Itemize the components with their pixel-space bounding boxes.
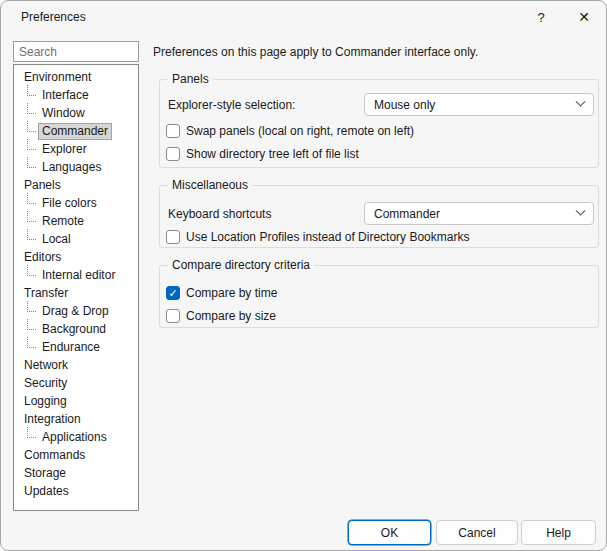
tree-item-label: Commander [39,124,111,139]
tree-item-label: Explorer [39,142,90,157]
cancel-button[interactable]: Cancel [436,520,518,545]
tree-item[interactable]: Panels [14,176,138,194]
tree-item[interactable]: Transfer [14,284,138,302]
tree-branch-line-icon [27,211,36,222]
window-title: Preferences [21,1,86,33]
tree-item[interactable]: Security [14,374,138,392]
tree-branch-line-icon [27,157,36,168]
tree-item[interactable]: Editors [14,248,138,266]
tree-item[interactable]: Commands [14,446,138,464]
tree-item[interactable]: Endurance [14,338,138,356]
tree-item[interactable]: Environment [14,68,138,86]
ok-button[interactable]: OK [348,520,431,545]
tree-branch-line-icon [27,121,36,132]
help-button[interactable]: Help [521,520,596,545]
tree-branch-line-icon [27,193,36,204]
checkbox-row[interactable]: ✓ Compare by time [166,286,277,300]
tree-item[interactable]: Applications [14,428,138,446]
tree-item[interactable]: Integration [14,410,138,428]
compare-criteria-group-title: Compare directory criteria [168,258,314,272]
tree-branch-line-icon [27,337,36,348]
tree-item-label: Endurance [39,340,103,355]
tree-item[interactable]: Window [14,104,138,122]
tree-branch-line-icon [27,427,36,438]
tree-item-label: Commands [21,448,88,463]
tree-item[interactable]: Local [14,230,138,248]
keyboard-shortcuts-select[interactable]: Commander [364,202,594,225]
tree-item-label: Storage [21,466,69,481]
chevron-down-icon [576,206,586,216]
checkbox-label: Use Location Profiles instead of Directo… [186,230,469,244]
checkbox-row[interactable]: Compare by size [166,309,276,323]
compare-criteria-group: Compare directory criteria ✓ Compare by … [159,265,599,328]
tree-item-label: Local [39,232,74,247]
tree-item[interactable]: Network [14,356,138,374]
close-icon[interactable]: ✕ [565,1,603,33]
tree-item[interactable]: Updates [14,482,138,500]
tree-branch-line-icon [27,229,36,240]
tree-branch-line-icon [27,319,36,330]
tree-branch-line-icon [27,265,36,276]
checkbox-icon [166,124,180,138]
tree-item-label: Interface [39,88,92,103]
checkbox-row[interactable]: Use Location Profiles instead of Directo… [166,230,469,244]
panels-group-title: Panels [168,72,213,86]
tree-branch-line-icon [27,103,36,114]
tree-item-label: Window [39,106,88,121]
tree-item-label: Network [21,358,71,373]
checkbox-icon [166,147,180,161]
tree-branch-line-icon [27,301,36,312]
tree-item-label: Internal editor [39,268,118,283]
checkbox-icon: ✓ [166,286,180,300]
tree-item-label: Drag & Drop [39,304,112,319]
tree-item-label: Editors [21,250,64,265]
tree-branch-line-icon [27,139,36,150]
tree-item-label: Panels [21,178,64,193]
miscellaneous-group-title: Miscellaneous [168,178,252,192]
keyboard-shortcuts-value: Commander [374,207,577,221]
explorer-style-select[interactable]: Mouse only [364,93,594,116]
tree-item[interactable]: Interface [14,86,138,104]
tree-item[interactable]: Remote [14,212,138,230]
explorer-style-value: Mouse only [374,98,577,112]
checkbox-label: Compare by size [186,309,276,323]
tree-item[interactable]: Drag & Drop [14,302,138,320]
chevron-down-icon [576,97,586,107]
checkbox-row[interactable]: Swap panels (local on right, remote on l… [166,124,414,138]
tree-item[interactable]: Commander [14,122,138,140]
tree-item[interactable]: Languages [14,158,138,176]
checkbox-icon [166,309,180,323]
checkbox-label: Swap panels (local on right, remote on l… [186,124,414,138]
tree-item[interactable]: Explorer [14,140,138,158]
checkbox-icon [166,230,180,244]
tree-item[interactable]: Internal editor [14,266,138,284]
tree-item-label: Updates [21,484,72,499]
checkbox-label: Show directory tree left of file list [186,147,359,161]
panels-group: Panels Explorer-style selection: Mouse o… [159,79,599,168]
preferences-tree: Environment Interface Window Commander E… [13,64,139,511]
tree-item-label: Languages [39,160,104,175]
title-bar: Preferences ? ✕ [1,1,606,33]
checkbox-row[interactable]: Show directory tree left of file list [166,147,359,161]
explorer-style-label: Explorer-style selection: [168,98,295,112]
help-icon[interactable]: ? [522,1,560,33]
tree-item-label: Transfer [21,286,71,301]
keyboard-shortcuts-label: Keyboard shortcuts [168,207,271,221]
tree-item-label: Remote [39,214,87,229]
tree-item-label: File colors [39,196,100,211]
tree-item-label: Logging [21,394,70,409]
tree-item-label: Applications [39,430,110,445]
tree-item-label: Background [39,322,109,337]
tree-item[interactable]: File colors [14,194,138,212]
checkbox-label: Compare by time [186,286,277,300]
miscellaneous-group: Miscellaneous Keyboard shortcuts Command… [159,185,599,248]
preferences-dialog: Preferences ? ✕ Preferences on this page… [0,0,607,551]
tree-branch-line-icon [27,85,36,96]
tree-item[interactable]: Logging [14,392,138,410]
tree-item[interactable]: Storage [14,464,138,482]
search-input[interactable] [13,41,139,62]
page-info-text: Preferences on this page apply to Comman… [153,45,593,59]
tree-item[interactable]: Background [14,320,138,338]
tree-item-label: Environment [21,70,94,85]
tree-item-label: Security [21,376,70,391]
